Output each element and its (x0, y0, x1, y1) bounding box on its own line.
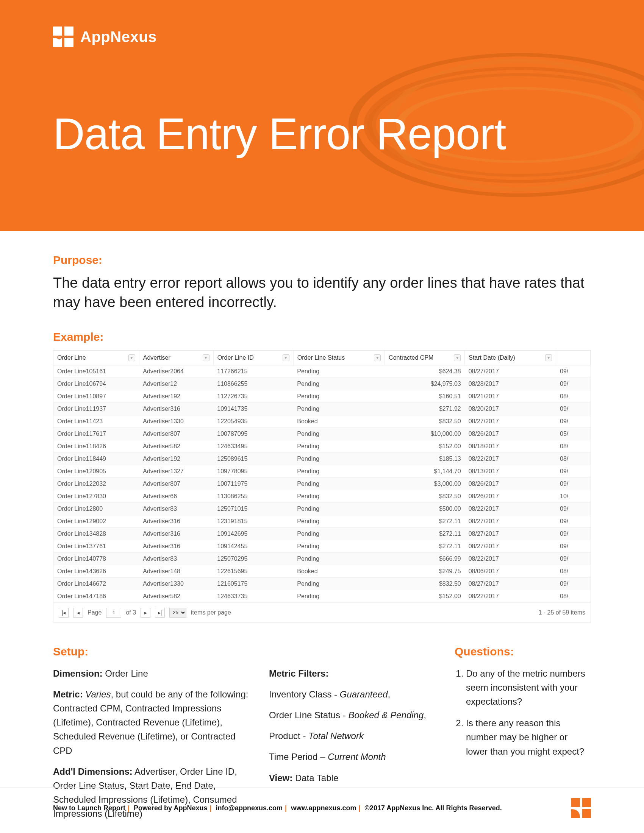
cell-order-line: Order Line146672 (53, 577, 139, 590)
svg-rect-5 (582, 798, 591, 807)
table-row[interactable]: Order Line134828Advertiser316109142695Pe… (53, 527, 591, 540)
pager-page-label: Page (87, 609, 101, 616)
table-row[interactable]: Order Line120905Advertiser1327109778095P… (53, 465, 591, 478)
cell-cpm: $10,000.00 (385, 428, 465, 440)
cell-status: Pending (293, 365, 385, 378)
hero-notch-decor (50, 228, 76, 231)
filter-icon[interactable]: ▾ (129, 354, 135, 361)
col-extra (556, 351, 591, 365)
table-row[interactable]: Order Line140778Advertiser83125070295Pen… (53, 552, 591, 565)
table-row[interactable]: Order Line146672Advertiser1330121605175P… (53, 577, 591, 590)
cell-start-date: 08/27/2017 (465, 415, 556, 428)
cell-status: Pending (293, 452, 385, 465)
table-row[interactable]: Order Line129002Advertiser316123191815Pe… (53, 515, 591, 527)
cell-order-line: Order Line118426 (53, 440, 139, 452)
cell-order-line: Order Line134828 (53, 527, 139, 540)
pager-last-button[interactable]: ▸| (155, 608, 165, 618)
cell-start-date: 08/28/2017 (465, 378, 556, 390)
cell-advertiser: Advertiser316 (139, 540, 213, 552)
svg-rect-1 (64, 26, 74, 35)
table-row[interactable]: Order Line11423Advertiser1330122054935Bo… (53, 415, 591, 428)
pager-next-button[interactable]: ▸ (140, 608, 150, 618)
cell-order-line-id: 117266215 (213, 365, 293, 378)
cell-status: Pending (293, 502, 385, 515)
cell-cpm: $832.50 (385, 490, 465, 502)
cell-start-date: 08/26/2017 (465, 490, 556, 502)
cell-cpm: $24,975.03 (385, 378, 465, 390)
filter-icon[interactable]: ▾ (283, 354, 290, 361)
cell-order-line-id: 122054935 (213, 415, 293, 428)
cell-order-line-id: 124633495 (213, 440, 293, 452)
svg-rect-0 (53, 26, 62, 35)
cell-extra: 09/ (556, 415, 591, 428)
page-title: Data Entry Error Report (53, 111, 591, 158)
cell-advertiser: Advertiser316 (139, 515, 213, 527)
setup-dimension: Dimension: Order Line (53, 666, 250, 680)
table-row[interactable]: Order Line105161Advertiser2064117266215P… (53, 365, 591, 378)
cell-order-line: Order Line129002 (53, 515, 139, 527)
col-advertiser[interactable]: Advertiser▾ (139, 351, 213, 365)
pager-first-button[interactable]: |◂ (59, 608, 69, 618)
hero-banner: AppNexus Data Entry Error Report (0, 0, 644, 231)
table-row[interactable]: Order Line111937Advertiser316109141735Pe… (53, 402, 591, 415)
cell-extra: 09/ (556, 402, 591, 415)
cell-advertiser: Advertiser148 (139, 565, 213, 577)
col-start-date[interactable]: Start Date (Daily)▾ (465, 351, 556, 365)
table-row[interactable]: Order Line118426Advertiser582124633495Pe… (53, 440, 591, 452)
col-order-line-status[interactable]: Order Line Status▾ (293, 351, 385, 365)
metric-filters-label: Metric Filters: (269, 666, 436, 680)
cell-extra: 09/ (556, 378, 591, 390)
filter-icon[interactable]: ▾ (374, 354, 381, 361)
cell-order-line: Order Line127830 (53, 490, 139, 502)
pager-page-size-select[interactable]: 25 (169, 608, 187, 618)
table-row[interactable]: Order Line137761Advertiser316109142455Pe… (53, 540, 591, 552)
filter-product: Product - Total Network (269, 729, 436, 743)
table-row[interactable]: Order Line106794Advertiser12110866255Pen… (53, 378, 591, 390)
cell-order-line: Order Line110897 (53, 390, 139, 402)
table-row[interactable]: Order Line110897Advertiser192112726735Pe… (53, 390, 591, 402)
cell-extra: 09/ (556, 502, 591, 515)
cell-extra: 08/ (556, 590, 591, 602)
cell-cpm: $666.99 (385, 552, 465, 565)
cell-status: Pending (293, 527, 385, 540)
cell-order-line: Order Line143626 (53, 565, 139, 577)
table-row[interactable]: Order Line12800Advertiser83125071015Pend… (53, 502, 591, 515)
appnexus-logo-icon (571, 798, 591, 818)
table-row[interactable]: Order Line147186Advertiser582124633735Pe… (53, 590, 591, 602)
cell-start-date: 08/06/2017 (465, 565, 556, 577)
filter-icon[interactable]: ▾ (545, 354, 552, 361)
cell-extra: 08/ (556, 440, 591, 452)
cell-start-date: 08/27/2017 (465, 540, 556, 552)
cell-start-date: 08/26/2017 (465, 428, 556, 440)
cell-extra: 09/ (556, 365, 591, 378)
purpose-text: The data entry error report allows you t… (53, 273, 591, 312)
cell-status: Pending (293, 577, 385, 590)
cell-extra: 08/ (556, 390, 591, 402)
col-contracted-cpm[interactable]: Contracted CPM▾ (385, 351, 465, 365)
table-row[interactable]: Order Line117617Advertiser807100787095Pe… (53, 428, 591, 440)
pager-summary: 1 - 25 of 59 items (538, 609, 585, 616)
appnexus-logo-icon (53, 26, 74, 47)
col-order-line[interactable]: Order Line▾ (53, 351, 139, 365)
table-row[interactable]: Order Line122032Advertiser807100711975Pe… (53, 478, 591, 490)
cell-start-date: 08/27/2017 (465, 365, 556, 378)
question-1: Do any of the metric numbers seem incons… (466, 666, 591, 709)
cell-order-line-id: 122615695 (213, 565, 293, 577)
cell-order-line: Order Line120905 (53, 465, 139, 478)
filter-time-period: Time Period – Current Month (269, 750, 436, 764)
pager-page-input[interactable] (106, 608, 121, 618)
col-order-line-id[interactable]: Order Line ID▾ (213, 351, 293, 365)
pager-prev-button[interactable]: ◂ (73, 608, 83, 618)
table-row[interactable]: Order Line118449Advertiser192125089615Pe… (53, 452, 591, 465)
filter-icon[interactable]: ▾ (454, 354, 460, 361)
table-row[interactable]: Order Line127830Advertiser66113086255Pen… (53, 490, 591, 502)
cell-start-date: 08/22/2017 (465, 590, 556, 602)
cell-status: Pending (293, 402, 385, 415)
cell-cpm: $185.13 (385, 452, 465, 465)
filter-icon[interactable]: ▾ (203, 354, 209, 361)
table-row[interactable]: Order Line143626Advertiser148122615695Bo… (53, 565, 591, 577)
setup-view: View: Data Table (269, 771, 436, 785)
cell-advertiser: Advertiser83 (139, 552, 213, 565)
page-footer: New to Launch Report| Powered by AppNexu… (0, 787, 644, 833)
cell-extra: 05/ (556, 428, 591, 440)
